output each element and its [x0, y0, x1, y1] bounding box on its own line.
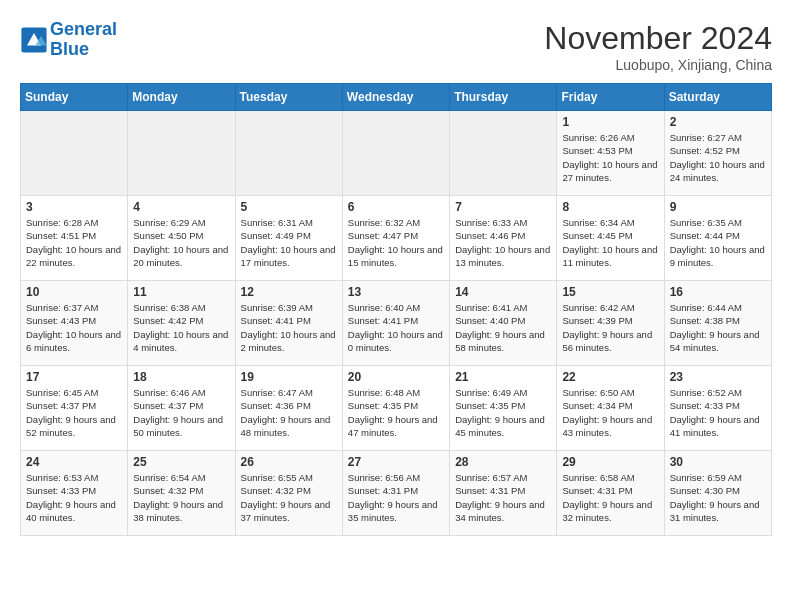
header-cell-sunday: Sunday — [21, 84, 128, 111]
calendar-cell: 11Sunrise: 6:38 AM Sunset: 4:42 PM Dayli… — [128, 281, 235, 366]
calendar-cell: 21Sunrise: 6:49 AM Sunset: 4:35 PM Dayli… — [450, 366, 557, 451]
day-number: 28 — [455, 455, 551, 469]
cell-content: Sunrise: 6:59 AM Sunset: 4:30 PM Dayligh… — [670, 471, 766, 524]
day-number: 27 — [348, 455, 444, 469]
cell-content: Sunrise: 6:55 AM Sunset: 4:32 PM Dayligh… — [241, 471, 337, 524]
day-number: 26 — [241, 455, 337, 469]
cell-content: Sunrise: 6:47 AM Sunset: 4:36 PM Dayligh… — [241, 386, 337, 439]
day-number: 5 — [241, 200, 337, 214]
calendar-cell: 20Sunrise: 6:48 AM Sunset: 4:35 PM Dayli… — [342, 366, 449, 451]
calendar-cell: 28Sunrise: 6:57 AM Sunset: 4:31 PM Dayli… — [450, 451, 557, 536]
calendar-cell: 26Sunrise: 6:55 AM Sunset: 4:32 PM Dayli… — [235, 451, 342, 536]
calendar-cell — [128, 111, 235, 196]
day-number: 6 — [348, 200, 444, 214]
cell-content: Sunrise: 6:42 AM Sunset: 4:39 PM Dayligh… — [562, 301, 658, 354]
title-block: November 2024 Luobupo, Xinjiang, China — [544, 20, 772, 73]
cell-content: Sunrise: 6:57 AM Sunset: 4:31 PM Dayligh… — [455, 471, 551, 524]
cell-content: Sunrise: 6:38 AM Sunset: 4:42 PM Dayligh… — [133, 301, 229, 354]
day-number: 25 — [133, 455, 229, 469]
cell-content: Sunrise: 6:27 AM Sunset: 4:52 PM Dayligh… — [670, 131, 766, 184]
day-number: 3 — [26, 200, 122, 214]
day-number: 29 — [562, 455, 658, 469]
day-number: 21 — [455, 370, 551, 384]
cell-content: Sunrise: 6:50 AM Sunset: 4:34 PM Dayligh… — [562, 386, 658, 439]
calendar-cell: 17Sunrise: 6:45 AM Sunset: 4:37 PM Dayli… — [21, 366, 128, 451]
page-header: General Blue November 2024 Luobupo, Xinj… — [20, 20, 772, 73]
cell-content: Sunrise: 6:53 AM Sunset: 4:33 PM Dayligh… — [26, 471, 122, 524]
day-number: 4 — [133, 200, 229, 214]
day-number: 1 — [562, 115, 658, 129]
day-number: 30 — [670, 455, 766, 469]
week-row-2: 10Sunrise: 6:37 AM Sunset: 4:43 PM Dayli… — [21, 281, 772, 366]
cell-content: Sunrise: 6:29 AM Sunset: 4:50 PM Dayligh… — [133, 216, 229, 269]
calendar-cell: 4Sunrise: 6:29 AM Sunset: 4:50 PM Daylig… — [128, 196, 235, 281]
cell-content: Sunrise: 6:28 AM Sunset: 4:51 PM Dayligh… — [26, 216, 122, 269]
cell-content: Sunrise: 6:31 AM Sunset: 4:49 PM Dayligh… — [241, 216, 337, 269]
cell-content: Sunrise: 6:35 AM Sunset: 4:44 PM Dayligh… — [670, 216, 766, 269]
header-cell-friday: Friday — [557, 84, 664, 111]
cell-content: Sunrise: 6:41 AM Sunset: 4:40 PM Dayligh… — [455, 301, 551, 354]
day-number: 19 — [241, 370, 337, 384]
calendar-cell: 15Sunrise: 6:42 AM Sunset: 4:39 PM Dayli… — [557, 281, 664, 366]
calendar-cell — [235, 111, 342, 196]
calendar-cell: 14Sunrise: 6:41 AM Sunset: 4:40 PM Dayli… — [450, 281, 557, 366]
day-number: 8 — [562, 200, 658, 214]
calendar-cell: 8Sunrise: 6:34 AM Sunset: 4:45 PM Daylig… — [557, 196, 664, 281]
cell-content: Sunrise: 6:54 AM Sunset: 4:32 PM Dayligh… — [133, 471, 229, 524]
calendar-cell: 7Sunrise: 6:33 AM Sunset: 4:46 PM Daylig… — [450, 196, 557, 281]
cell-content: Sunrise: 6:33 AM Sunset: 4:46 PM Dayligh… — [455, 216, 551, 269]
cell-content: Sunrise: 6:58 AM Sunset: 4:31 PM Dayligh… — [562, 471, 658, 524]
week-row-0: 1Sunrise: 6:26 AM Sunset: 4:53 PM Daylig… — [21, 111, 772, 196]
logo-text: General Blue — [50, 20, 117, 60]
cell-content: Sunrise: 6:39 AM Sunset: 4:41 PM Dayligh… — [241, 301, 337, 354]
day-number: 24 — [26, 455, 122, 469]
day-number: 10 — [26, 285, 122, 299]
header-row: SundayMondayTuesdayWednesdayThursdayFrid… — [21, 84, 772, 111]
calendar-cell: 6Sunrise: 6:32 AM Sunset: 4:47 PM Daylig… — [342, 196, 449, 281]
calendar-table: SundayMondayTuesdayWednesdayThursdayFrid… — [20, 83, 772, 536]
day-number: 18 — [133, 370, 229, 384]
calendar-cell: 30Sunrise: 6:59 AM Sunset: 4:30 PM Dayli… — [664, 451, 771, 536]
calendar-cell: 16Sunrise: 6:44 AM Sunset: 4:38 PM Dayli… — [664, 281, 771, 366]
day-number: 16 — [670, 285, 766, 299]
calendar-cell: 25Sunrise: 6:54 AM Sunset: 4:32 PM Dayli… — [128, 451, 235, 536]
calendar-cell: 12Sunrise: 6:39 AM Sunset: 4:41 PM Dayli… — [235, 281, 342, 366]
calendar-cell: 29Sunrise: 6:58 AM Sunset: 4:31 PM Dayli… — [557, 451, 664, 536]
calendar-cell: 13Sunrise: 6:40 AM Sunset: 4:41 PM Dayli… — [342, 281, 449, 366]
cell-content: Sunrise: 6:40 AM Sunset: 4:41 PM Dayligh… — [348, 301, 444, 354]
cell-content: Sunrise: 6:48 AM Sunset: 4:35 PM Dayligh… — [348, 386, 444, 439]
logo: General Blue — [20, 20, 117, 60]
header-cell-saturday: Saturday — [664, 84, 771, 111]
calendar-cell: 22Sunrise: 6:50 AM Sunset: 4:34 PM Dayli… — [557, 366, 664, 451]
cell-content: Sunrise: 6:46 AM Sunset: 4:37 PM Dayligh… — [133, 386, 229, 439]
calendar-cell — [21, 111, 128, 196]
day-number: 12 — [241, 285, 337, 299]
location-subtitle: Luobupo, Xinjiang, China — [544, 57, 772, 73]
header-cell-monday: Monday — [128, 84, 235, 111]
month-title: November 2024 — [544, 20, 772, 57]
day-number: 13 — [348, 285, 444, 299]
cell-content: Sunrise: 6:56 AM Sunset: 4:31 PM Dayligh… — [348, 471, 444, 524]
logo-icon — [20, 26, 48, 54]
header-cell-tuesday: Tuesday — [235, 84, 342, 111]
day-number: 22 — [562, 370, 658, 384]
calendar-cell: 24Sunrise: 6:53 AM Sunset: 4:33 PM Dayli… — [21, 451, 128, 536]
calendar-cell: 18Sunrise: 6:46 AM Sunset: 4:37 PM Dayli… — [128, 366, 235, 451]
calendar-cell: 27Sunrise: 6:56 AM Sunset: 4:31 PM Dayli… — [342, 451, 449, 536]
cell-content: Sunrise: 6:34 AM Sunset: 4:45 PM Dayligh… — [562, 216, 658, 269]
day-number: 15 — [562, 285, 658, 299]
logo-line1: General — [50, 19, 117, 39]
calendar-cell: 23Sunrise: 6:52 AM Sunset: 4:33 PM Dayli… — [664, 366, 771, 451]
cell-content: Sunrise: 6:26 AM Sunset: 4:53 PM Dayligh… — [562, 131, 658, 184]
logo-line2: Blue — [50, 39, 89, 59]
cell-content: Sunrise: 6:45 AM Sunset: 4:37 PM Dayligh… — [26, 386, 122, 439]
calendar-cell: 3Sunrise: 6:28 AM Sunset: 4:51 PM Daylig… — [21, 196, 128, 281]
day-number: 9 — [670, 200, 766, 214]
day-number: 14 — [455, 285, 551, 299]
cell-content: Sunrise: 6:44 AM Sunset: 4:38 PM Dayligh… — [670, 301, 766, 354]
day-number: 20 — [348, 370, 444, 384]
calendar-header: SundayMondayTuesdayWednesdayThursdayFrid… — [21, 84, 772, 111]
day-number: 23 — [670, 370, 766, 384]
day-number: 17 — [26, 370, 122, 384]
week-row-4: 24Sunrise: 6:53 AM Sunset: 4:33 PM Dayli… — [21, 451, 772, 536]
